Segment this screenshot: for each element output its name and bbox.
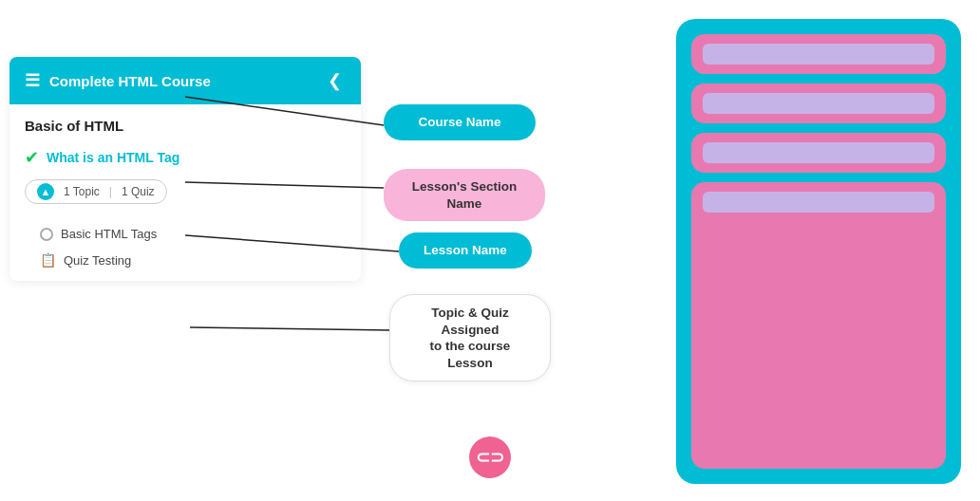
- svg-line-3: [190, 327, 389, 330]
- topic-circle-icon: [40, 228, 53, 241]
- bubble-course: Course Name: [384, 104, 536, 140]
- meta-quiz: 1 Quiz: [122, 185, 155, 198]
- diagram-bar-4-1: [703, 192, 934, 213]
- bubble-lesson: Lesson Name: [399, 232, 532, 269]
- diagram-row-1: [691, 34, 946, 74]
- diagram-bar-2-1: [703, 93, 934, 114]
- meta-topics: 1 Topic: [64, 185, 100, 198]
- panel-collapse-button[interactable]: ❮: [324, 70, 346, 91]
- panel-icon: ☰: [25, 70, 40, 91]
- lesson-check-icon: ✔: [25, 147, 39, 168]
- bubble-topic: Topic & Quiz Assignedto the course Lesso…: [389, 294, 551, 381]
- diagram-row-3: [691, 133, 946, 173]
- lesson-meta: ▲ 1 Topic | 1 Quiz: [25, 179, 167, 204]
- diagram-row-4: [691, 182, 946, 469]
- panel-header: ☰ Complete HTML Course ❮: [9, 57, 361, 104]
- diagram-bar-3-1: [703, 142, 934, 163]
- diagram-row-2: [691, 84, 946, 123]
- quiz-label-1: Quiz Testing: [64, 253, 131, 268]
- expand-icon[interactable]: ▲: [37, 183, 54, 200]
- topic-list: Basic HTML Tags 📋 Quiz Testing: [9, 213, 361, 281]
- topic-item-1: Basic HTML Tags: [40, 221, 346, 247]
- quiz-icon: 📋: [40, 252, 56, 268]
- diagram-bar-1-1: [703, 44, 934, 65]
- bubble-section: Lesson's Section Name: [384, 169, 545, 221]
- logo-symbol: ⊂⊃: [476, 447, 504, 468]
- section-title: Basic of HTML: [9, 104, 361, 139]
- course-panel: ☰ Complete HTML Course ❮ Basic of HTML ✔…: [9, 57, 361, 281]
- quiz-item-1: 📋 Quiz Testing: [40, 247, 346, 273]
- lesson-item: ✔ What is an HTML Tag: [9, 139, 361, 176]
- meta-divider: |: [109, 185, 112, 198]
- bottom-logo: ⊂⊃: [469, 436, 511, 478]
- topic-label-1: Basic HTML Tags: [61, 227, 157, 241]
- panel-title: Complete HTML Course: [49, 73, 211, 89]
- right-diagram: [676, 19, 961, 484]
- lesson-title[interactable]: What is an HTML Tag: [47, 150, 179, 165]
- panel-header-left: ☰ Complete HTML Course: [25, 70, 211, 91]
